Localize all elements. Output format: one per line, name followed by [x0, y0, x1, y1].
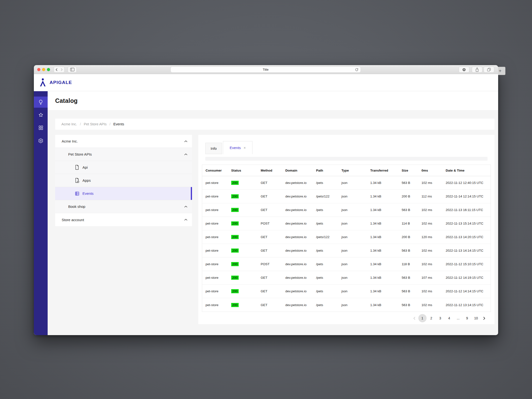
tree-item-store-account[interactable]: Store account: [55, 213, 192, 226]
rail-item-settings[interactable]: [34, 135, 48, 146]
table-icon: [75, 191, 80, 196]
table-row[interactable]: pet-store 200 GET dev.petstore.io /pets …: [202, 271, 491, 285]
main-area: Catalog Acme Inc. / Pet Store APIs / Eve…: [48, 91, 498, 335]
chevron-up-icon[interactable]: [184, 219, 187, 221]
cell-domain: dev.petstore.io: [285, 222, 316, 225]
cell-duration: 107 ms: [421, 276, 446, 279]
tree-item-book-shop[interactable]: Book shop: [55, 200, 192, 213]
breadcrumb-item-acme[interactable]: Acme Inc.: [61, 122, 77, 126]
cell-size: 563 B: [402, 249, 421, 252]
table-row[interactable]: pet-store 200 POST dev.petstore.io /pets…: [202, 217, 491, 230]
page-button-9[interactable]: 9: [463, 314, 472, 322]
forward-button[interactable]: [59, 67, 65, 73]
cell-datetime: 2022-11-13 15:14:15 UTC: [446, 222, 491, 225]
tab-events[interactable]: Events ×: [223, 141, 252, 154]
reload-icon[interactable]: [355, 68, 359, 72]
breadcrumb-separator: /: [80, 122, 81, 126]
window-controls: [37, 68, 50, 71]
cell-type: json: [341, 181, 370, 185]
cell-consumer: pet-store: [202, 262, 231, 266]
downloads-button[interactable]: [459, 67, 469, 73]
tabs-overview-icon: [487, 68, 491, 72]
cell-path: /pets: [316, 289, 341, 293]
tree-item-pet-store-apis[interactable]: Pet Store APIs: [55, 148, 192, 161]
chevron-right-icon: [60, 68, 63, 71]
status-badge: 200: [231, 289, 239, 293]
cell-size: 563 B: [402, 181, 421, 185]
cell-method: GET: [261, 289, 285, 293]
cell-size: 563 B: [402, 303, 421, 307]
page-button-4[interactable]: 4: [445, 314, 454, 322]
zoom-window-button[interactable]: [47, 68, 50, 71]
cell-size: 114 B: [402, 222, 421, 225]
cell-consumer: pet-store: [202, 289, 231, 293]
rail-item-catalog[interactable]: [34, 97, 48, 108]
tree-item-api[interactable]: Api: [55, 161, 192, 174]
cell-domain: dev.petstore.io: [285, 235, 316, 239]
status-badge: 200: [231, 194, 239, 198]
page-button-2[interactable]: 2: [427, 314, 436, 322]
tree-item-events[interactable]: Events: [55, 187, 192, 200]
page-title-text: Title: [263, 68, 268, 71]
share-icon: [475, 67, 479, 72]
page-button-1[interactable]: 1: [418, 314, 427, 322]
sidebar-toggle-icon: [70, 68, 74, 71]
page-ellipsis: ...: [454, 314, 463, 322]
table-row[interactable]: pet-store 200 GET dev.petstore.io /pets/…: [202, 190, 491, 203]
brand-name: APIGALE: [50, 80, 72, 85]
cell-domain: dev.petstore.io: [285, 249, 316, 252]
column-header: Status: [231, 169, 261, 172]
table-row[interactable]: pet-store 200 GET dev.petstore.io /pets …: [202, 285, 491, 298]
status-badge: 200: [231, 262, 239, 266]
cell-method: POST: [261, 222, 285, 225]
cell-path: /pets: [316, 276, 341, 279]
table-row[interactable]: pet-store 200 GET dev.petstore.io /pets …: [202, 244, 491, 257]
page-button-3[interactable]: 3: [436, 314, 445, 322]
back-button[interactable]: [54, 67, 59, 73]
address-bar[interactable]: Title: [170, 67, 361, 73]
table-row[interactable]: pet-store 200 GET dev.petstore.io /pets …: [202, 298, 491, 312]
close-window-button[interactable]: [37, 68, 40, 71]
cell-type: json: [341, 195, 370, 198]
column-header: Path: [316, 169, 341, 172]
rail-item-apps[interactable]: [34, 122, 48, 133]
previous-page-icon[interactable]: [411, 317, 418, 320]
cell-datetime: 2022-11-12 12:40:15 UTC: [446, 181, 491, 185]
breadcrumb-item-petstore[interactable]: Pet Store APIs: [84, 122, 107, 126]
tree-item-apps[interactable]: Apps: [55, 174, 192, 187]
breadcrumb: Acme Inc. / Pet Store APIs / Events: [55, 119, 495, 130]
cell-size: 563 B: [402, 289, 421, 293]
app-header: APIGALE: [34, 74, 498, 91]
sidebar-toggle-button[interactable]: [68, 67, 77, 73]
chevron-up-icon[interactable]: [184, 140, 187, 142]
tab-overview-button[interactable]: [484, 67, 494, 73]
cell-status: 200: [231, 303, 261, 307]
cell-consumer: pet-store: [202, 303, 231, 307]
chevron-up-icon[interactable]: [184, 206, 187, 208]
chevron-up-icon[interactable]: [184, 153, 187, 155]
cell-method: GET: [261, 249, 285, 252]
cell-datetime: 2022-11-12 13:14:15 UTC: [446, 303, 491, 307]
cell-duration: 102 ms: [421, 303, 446, 307]
cell-type: json: [341, 303, 370, 307]
minimize-window-button[interactable]: [42, 68, 45, 71]
page-title: Catalog: [55, 97, 78, 104]
close-tab-icon[interactable]: ×: [244, 146, 246, 150]
file-badge-icon: [75, 178, 80, 183]
share-button[interactable]: [472, 67, 482, 73]
cell-duration: 102 ms: [421, 208, 446, 212]
table-row[interactable]: pet-store 200 GET dev.petstore.io /pets …: [202, 203, 491, 217]
cell-method: POST: [261, 262, 285, 266]
breadcrumb-item-events: Events: [113, 122, 124, 126]
table-row[interactable]: pet-store 200 GET dev.petstore.io /pets …: [202, 176, 491, 190]
tab-info[interactable]: Info: [205, 143, 222, 154]
cell-datetime: 2022-11-12 15:10:15 UTC: [446, 262, 491, 266]
next-page-icon[interactable]: [480, 317, 488, 320]
rail-item-favorites[interactable]: [34, 109, 48, 120]
tree-item-acme-inc[interactable]: Acme Inc.: [55, 135, 192, 148]
table-row[interactable]: pet-store 200 POST dev.petstore.io /pets…: [202, 257, 491, 271]
star-icon: [38, 112, 44, 118]
page-button-10[interactable]: 10: [472, 314, 480, 322]
table-row[interactable]: pet-store 200 GET dev.petstore.io /pets/…: [202, 230, 491, 244]
cell-method: GET: [261, 195, 285, 198]
